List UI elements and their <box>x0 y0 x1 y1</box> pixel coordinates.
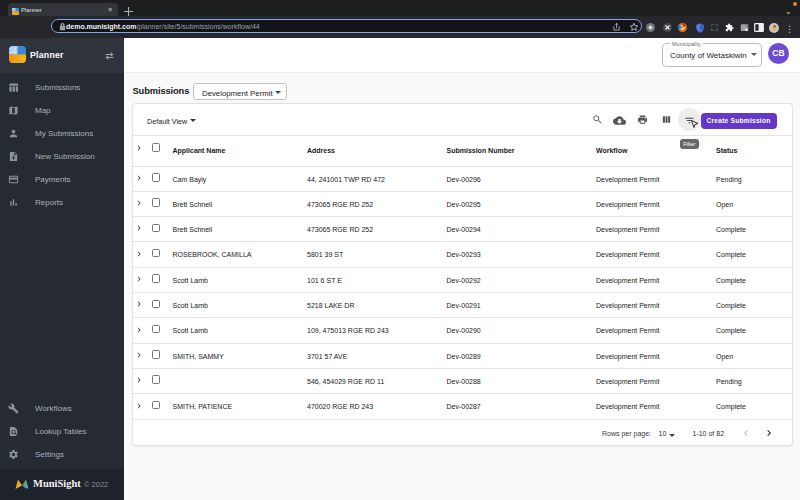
svg-text:7: 7 <box>701 29 703 32</box>
